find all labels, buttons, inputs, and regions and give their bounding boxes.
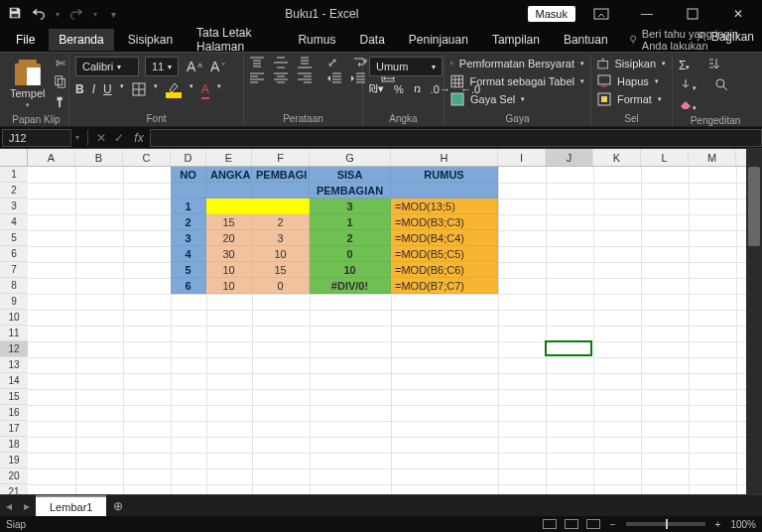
paste-button[interactable]: Tempel ▾ bbox=[10, 60, 45, 109]
cell-E5[interactable]: 20 bbox=[206, 230, 252, 246]
zoom-out-button[interactable]: − bbox=[610, 519, 616, 530]
fx-button[interactable]: fx bbox=[128, 131, 150, 145]
indent-decrease-icon[interactable] bbox=[327, 72, 341, 84]
cell-H1[interactable]: RUMUS bbox=[391, 167, 498, 183]
cell-H5[interactable]: =MOD(B4;C4) bbox=[391, 230, 498, 246]
format-painter-icon[interactable] bbox=[53, 95, 68, 112]
formula-confirm-icon[interactable]: ✓ bbox=[110, 131, 128, 145]
row-header-15[interactable]: 15 bbox=[0, 389, 28, 405]
row-header-16[interactable]: 16 bbox=[0, 405, 28, 421]
row-header-14[interactable]: 14 bbox=[0, 373, 28, 389]
column-header-K[interactable]: K bbox=[593, 149, 641, 166]
undo-icon[interactable] bbox=[32, 6, 46, 23]
conditional-formatting-button[interactable]: Pemformatan Bersyarat▾ bbox=[450, 57, 584, 70]
minimize-button[interactable]: — bbox=[627, 0, 667, 28]
row-header-18[interactable]: 18 bbox=[0, 437, 28, 453]
cell-F4[interactable]: 2 bbox=[252, 214, 310, 230]
cell-G5[interactable]: 2 bbox=[310, 230, 391, 246]
align-top-icon[interactable] bbox=[250, 57, 264, 68]
align-bottom-icon[interactable] bbox=[298, 57, 312, 68]
tab-help[interactable]: Bantuan bbox=[554, 29, 618, 51]
cell-H6[interactable]: =MOD(B5;C5) bbox=[391, 246, 498, 262]
font-size-select[interactable]: 11▾ bbox=[145, 57, 179, 76]
underline-button[interactable]: U bbox=[103, 82, 112, 99]
tab-data[interactable]: Data bbox=[349, 29, 394, 51]
close-button[interactable]: ✕ bbox=[718, 0, 758, 28]
ribbon-options-icon[interactable] bbox=[581, 0, 621, 28]
cell-G8[interactable]: #DIV/0! bbox=[310, 278, 391, 294]
border-button[interactable] bbox=[132, 82, 146, 99]
cell-E3[interactable] bbox=[206, 199, 310, 214]
column-header-G[interactable]: G bbox=[310, 149, 391, 166]
increase-font-icon[interactable]: A^ bbox=[187, 59, 202, 74]
cell-G4[interactable]: 1 bbox=[310, 214, 391, 230]
column-header-M[interactable]: M bbox=[689, 149, 736, 166]
page-layout-view-icon[interactable] bbox=[565, 519, 578, 529]
font-color-button[interactable]: A bbox=[201, 82, 209, 99]
cell-F2[interactable] bbox=[252, 183, 310, 199]
row-header-10[interactable]: 10 bbox=[0, 310, 28, 326]
cell-D2[interactable] bbox=[171, 183, 206, 199]
decrease-font-icon[interactable]: Aˇ bbox=[210, 59, 225, 74]
sheet-nav-prev-icon[interactable]: ◂ bbox=[0, 495, 18, 516]
zoom-slider[interactable] bbox=[626, 522, 705, 526]
cut-icon[interactable]: ✄ bbox=[56, 57, 65, 70]
name-box[interactable]: J12 bbox=[2, 129, 71, 147]
row-header-19[interactable]: 19 bbox=[0, 453, 28, 468]
tab-review[interactable]: Peninjauan bbox=[399, 29, 478, 51]
sheet-tab-active[interactable]: Lembar1 bbox=[36, 495, 106, 516]
cell-H8[interactable]: =MOD(B7;C7) bbox=[391, 278, 498, 294]
row-header-13[interactable]: 13 bbox=[0, 357, 28, 373]
cell-G1[interactable]: SISA bbox=[310, 167, 391, 183]
column-header-H[interactable]: H bbox=[391, 149, 498, 166]
normal-view-icon[interactable] bbox=[543, 519, 557, 529]
row-header-4[interactable]: 4 bbox=[0, 214, 28, 230]
column-header-C[interactable]: C bbox=[123, 149, 171, 166]
cell-H4[interactable]: =MOD(B3;C3) bbox=[391, 214, 498, 230]
format-cells-button[interactable]: Format▾ bbox=[597, 92, 666, 106]
orientation-icon[interactable]: ⤢ bbox=[327, 57, 337, 68]
fill-color-button[interactable] bbox=[166, 82, 182, 99]
signin-button[interactable]: Masuk bbox=[528, 6, 575, 22]
cell-F8[interactable]: 0 bbox=[252, 278, 310, 294]
fill-icon[interactable]: ▾ bbox=[679, 78, 697, 93]
column-header-J[interactable]: J bbox=[546, 149, 593, 166]
tab-home[interactable]: Beranda bbox=[49, 29, 113, 51]
cell-H3[interactable]: =MOD(13;5) bbox=[391, 199, 498, 214]
align-middle-icon[interactable] bbox=[274, 57, 288, 68]
align-right-icon[interactable] bbox=[298, 72, 312, 84]
zoom-percent[interactable]: 100% bbox=[730, 519, 756, 530]
row-header-6[interactable]: 6 bbox=[0, 246, 28, 262]
align-left-icon[interactable] bbox=[250, 72, 264, 84]
cell-D7[interactable]: 5 bbox=[171, 262, 206, 278]
column-header-D[interactable]: D bbox=[171, 149, 206, 166]
cell-H2[interactable] bbox=[391, 183, 498, 199]
row-header-5[interactable]: 5 bbox=[0, 230, 28, 246]
tab-file[interactable]: File bbox=[6, 29, 45, 51]
insert-cells-button[interactable]: Sisipkan▾ bbox=[597, 57, 666, 70]
tab-formulas[interactable]: Rumus bbox=[288, 29, 345, 51]
column-header-E[interactable]: E bbox=[206, 149, 252, 166]
cell-E4[interactable]: 15 bbox=[206, 214, 252, 230]
cell-E1[interactable]: ANGKA bbox=[206, 167, 252, 183]
cell-D4[interactable]: 2 bbox=[171, 214, 206, 230]
row-header-20[interactable]: 20 bbox=[0, 468, 28, 484]
sheet-nav-next-icon[interactable]: ▸ bbox=[18, 495, 36, 516]
tab-layout[interactable]: Tata Letak Halaman bbox=[187, 22, 284, 58]
page-break-view-icon[interactable] bbox=[586, 519, 600, 529]
cell-G2[interactable]: PEMBAGIAN bbox=[310, 183, 391, 199]
clear-icon[interactable]: ▾ bbox=[679, 98, 697, 113]
delete-cells-button[interactable]: Hapus▾ bbox=[597, 74, 666, 88]
add-sheet-button[interactable]: ⊕ bbox=[106, 495, 130, 516]
cell-D3[interactable]: 1 bbox=[171, 199, 206, 214]
column-header-A[interactable]: A bbox=[28, 149, 75, 166]
italic-button[interactable]: I bbox=[92, 82, 95, 99]
undo-dropdown[interactable]: ▾ bbox=[56, 10, 60, 19]
row-header-11[interactable]: 11 bbox=[0, 326, 28, 341]
cell-G6[interactable]: 0 bbox=[310, 246, 391, 262]
formula-bar[interactable] bbox=[150, 129, 762, 147]
row-header-17[interactable]: 17 bbox=[0, 421, 28, 437]
autosum-icon[interactable]: Σ▾ bbox=[679, 59, 690, 72]
cell-D5[interactable]: 3 bbox=[171, 230, 206, 246]
zoom-in-button[interactable]: + bbox=[715, 519, 721, 530]
